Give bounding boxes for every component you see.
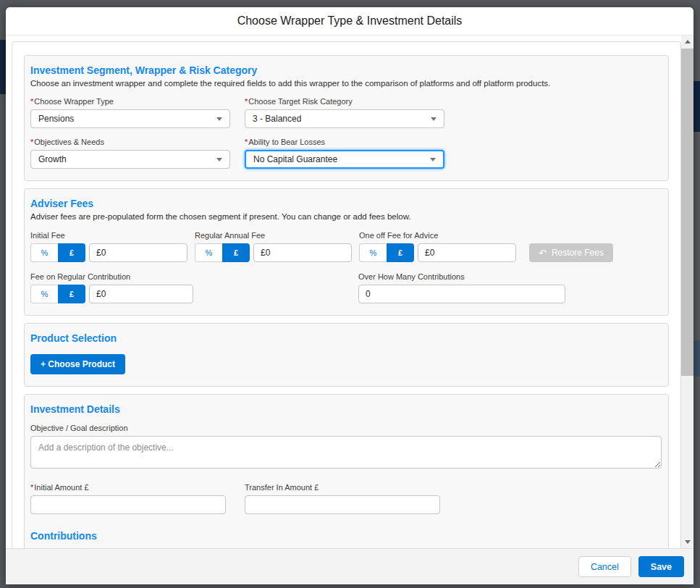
section-product-selection: Product Selection + Choose Product xyxy=(24,323,669,387)
percent-toggle-button[interactable]: % xyxy=(195,243,222,262)
chevron-down-icon xyxy=(216,158,222,161)
wrapper-type-select[interactable]: Pensions xyxy=(30,109,230,128)
percent-toggle-button[interactable]: % xyxy=(30,243,58,262)
fee-on-regular-contribution-input[interactable] xyxy=(89,285,193,303)
scroll-down-icon xyxy=(685,540,691,544)
section-title-contributions: Contributions xyxy=(30,530,662,542)
one-off-fee-input[interactable] xyxy=(418,243,516,262)
scroll-up-button[interactable] xyxy=(681,35,693,48)
fee-on-regular-contribution-label: Fee on Regular Contribution xyxy=(30,272,193,281)
initial-fee-input[interactable] xyxy=(89,243,187,262)
section-description-adviser-fees: Adviser fees are pre-populated form the … xyxy=(30,212,662,221)
choose-product-button[interactable]: + Choose Product xyxy=(30,354,125,374)
over-how-many-contributions-label: Over How Many Contributions xyxy=(358,272,565,281)
section-title-product-selection: Product Selection xyxy=(30,332,662,344)
modal-footer: Cancel Save xyxy=(6,548,693,584)
wrapper-type-value: Pensions xyxy=(38,114,74,124)
chevron-down-icon xyxy=(216,117,222,121)
required-asterisk: * xyxy=(245,97,248,106)
over-how-many-contributions-input[interactable] xyxy=(358,285,565,303)
risk-category-label: *Choose Target Risk Category xyxy=(245,97,444,106)
transfer-in-amount-input[interactable] xyxy=(245,495,440,514)
required-asterisk: * xyxy=(245,138,248,146)
one-off-fee-label: One off Fee for Advice xyxy=(359,231,516,240)
risk-category-value: 3 - Balanced xyxy=(253,114,301,124)
objectives-needs-value: Growth xyxy=(38,154,67,164)
percent-toggle-button[interactable]: % xyxy=(30,285,58,303)
risk-category-select[interactable]: 3 - Balanced xyxy=(245,109,444,128)
cancel-button[interactable]: Cancel xyxy=(578,556,631,577)
wrapper-details-modal: Choose Wrapper Type & Investment Details… xyxy=(6,7,693,584)
pound-toggle-button[interactable]: £ xyxy=(58,285,85,303)
scroll-down-button[interactable] xyxy=(681,536,693,548)
modal-title: Choose Wrapper Type & Investment Details xyxy=(237,14,463,28)
required-asterisk: * xyxy=(30,97,33,106)
form-panel: Investment Segment, Wrapper & Risk Categ… xyxy=(12,41,681,548)
section-title-adviser-fees: Adviser Fees xyxy=(30,198,662,209)
bear-losses-value: No Capital Guarantee xyxy=(253,154,337,164)
initial-amount-label: *Initial Amount £ xyxy=(30,483,226,492)
backdrop-artifact xyxy=(0,40,6,94)
fee-on-regular-unit-toggle: % £ xyxy=(30,285,85,303)
section-adviser-fees: Adviser Fees Adviser fees are pre-popula… xyxy=(24,188,669,316)
bear-losses-label: *Ability to Bear Losses xyxy=(245,138,444,146)
objective-description-textarea[interactable] xyxy=(30,436,662,469)
modal-body: Investment Segment, Wrapper & Risk Categ… xyxy=(6,35,693,548)
objectives-needs-label: *Objectives & Needs xyxy=(30,138,230,146)
vertical-scrollbar[interactable] xyxy=(681,35,693,548)
initial-fee-unit-toggle: % £ xyxy=(30,243,85,262)
restore-fees-label: Restore Fees xyxy=(552,248,604,258)
section-investment-details: Investment Details Objective / Goal desc… xyxy=(24,394,669,548)
section-description-investment-segment: Choose an investment wrapper and complet… xyxy=(30,79,662,88)
section-title-investment-segment: Investment Segment, Wrapper & Risk Categ… xyxy=(30,64,662,76)
backdrop-artifact xyxy=(693,81,700,132)
required-asterisk: * xyxy=(30,483,33,492)
modal-header: Choose Wrapper Type & Investment Details xyxy=(6,7,693,35)
regular-annual-fee-label: Regular Annual Fee xyxy=(195,231,352,240)
chevron-down-icon xyxy=(430,158,436,161)
restore-fees-button[interactable]: ↶ Restore Fees xyxy=(529,243,613,262)
regular-annual-fee-input[interactable] xyxy=(253,243,352,262)
objective-description-label: Objective / Goal description xyxy=(30,424,662,432)
undo-arrow-icon: ↶ xyxy=(539,248,547,258)
scroll-up-icon xyxy=(685,40,691,43)
initial-fee-label: Initial Fee xyxy=(30,231,187,240)
backdrop-artifact xyxy=(693,340,700,377)
regular-annual-fee-unit-toggle: % £ xyxy=(195,243,250,262)
pound-toggle-button[interactable]: £ xyxy=(222,243,250,262)
chevron-down-icon xyxy=(431,117,437,121)
transfer-in-amount-label: Transfer In Amount £ xyxy=(245,483,440,492)
percent-toggle-button[interactable]: % xyxy=(359,243,387,262)
section-title-investment-details: Investment Details xyxy=(30,403,662,415)
section-investment-segment: Investment Segment, Wrapper & Risk Categ… xyxy=(24,55,669,181)
bear-losses-select[interactable]: No Capital Guarantee xyxy=(245,150,444,169)
initial-amount-input[interactable] xyxy=(30,495,226,514)
wrapper-type-label: *Choose Wrapper Type xyxy=(30,97,230,106)
objectives-needs-select[interactable]: Growth xyxy=(30,150,230,169)
save-button[interactable]: Save xyxy=(638,556,684,577)
pound-toggle-button[interactable]: £ xyxy=(387,243,414,262)
scrollbar-thumb[interactable] xyxy=(681,49,693,376)
required-asterisk: * xyxy=(30,138,33,146)
pound-toggle-button[interactable]: £ xyxy=(58,243,85,262)
one-off-fee-unit-toggle: % £ xyxy=(359,243,414,262)
